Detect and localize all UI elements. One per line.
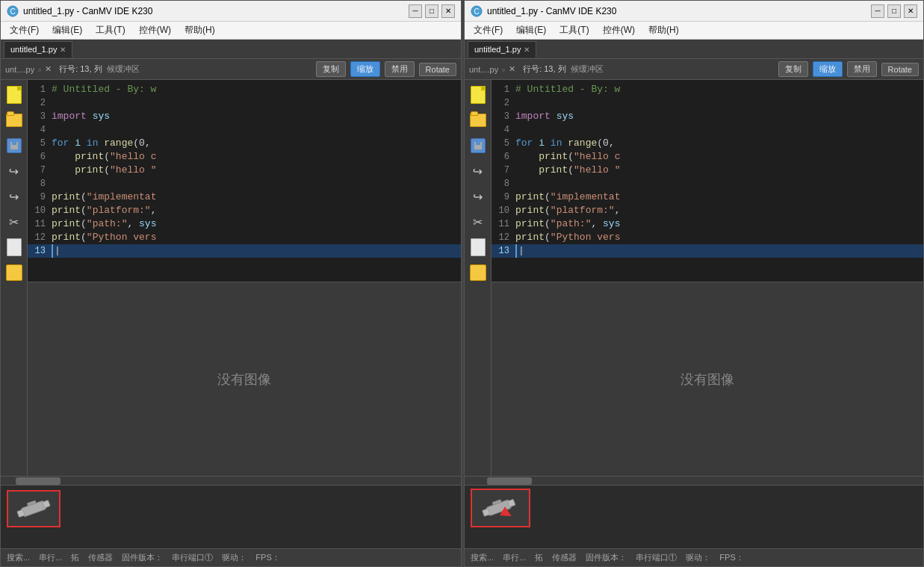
sidebar-doc-2[interactable] [468,237,489,258]
copy-btn-2[interactable]: 复制 [778,61,808,77]
table-row: 3 import sys [492,110,923,123]
status-firmware-2[interactable]: 固件版本： [586,552,627,563]
status-fps-2[interactable]: FPS： [719,552,743,563]
status-bar-2: 搜索... 串行... 拓 传感器 固件版本： 串行端口① 驱动： FPS： [465,548,923,566]
sidebar-save-1[interactable] [4,135,25,156]
status-port-1[interactable]: 串行端口① [172,552,213,563]
menu-edit-2[interactable]: 编辑(E) [510,22,552,38]
tab-close-1[interactable]: ✕ [60,46,66,54]
status-fps-1[interactable]: FPS： [255,552,279,563]
table-row: 13 | [28,244,461,258]
disable-btn-1[interactable]: 禁用 [385,61,415,77]
maximize-btn-2[interactable]: □ [887,4,901,18]
sidebar-special-1[interactable] [4,262,25,283]
open-folder-icon-2 [470,114,486,127]
special-icon-2 [470,264,486,281]
line-content: print("Python vers [52,231,458,244]
tab-file-1[interactable]: untitled_1.py ✕ [4,41,72,58]
line-number: 7 [31,164,52,177]
table-row: 4 [492,123,923,137]
table-row: 12 print("Python vers [28,231,461,244]
menu-controls-2[interactable]: 控件(W) [597,22,641,38]
sidebar-open-folder-2[interactable] [468,110,489,131]
sidebar-special-2[interactable] [468,262,489,283]
sidebar-undo-1[interactable]: ↩ [4,161,25,182]
close-btn-1[interactable]: ✕ [441,4,455,18]
sidebar-scissors-1[interactable]: ✂ [4,211,25,232]
sidebar-save-2[interactable] [468,135,489,156]
line-number: 6 [31,150,52,164]
line-number: 3 [31,110,52,123]
table-row: 12 print("Python vers [492,231,923,244]
status-drive-1[interactable]: 驱动： [222,552,246,563]
status-port-2[interactable]: 串行端口① [636,552,677,563]
zoom-btn-2[interactable]: 缩放 [813,61,843,77]
menubar-2: 文件(F) 编辑(E) 工具(T) 控件(W) 帮助(H) [465,22,923,40]
menu-help-1[interactable]: 帮助(H) [179,22,221,38]
sidebar-scissors-2[interactable]: ✂ [468,211,489,232]
toolbar-buffer-2: 候缓冲区 [571,63,604,75]
scissors-icon-2: ✂ [473,215,483,229]
sidebar-redo-1[interactable]: ↪ [4,186,25,207]
sidebar-redo-2[interactable]: ↪ [468,186,489,207]
menu-edit-1[interactable]: 编辑(E) [46,22,88,38]
status-drive-2[interactable]: 驱动： [686,552,710,563]
code-editor-1[interactable]: 1 # Untitled - By: w 2 3 import sys 4 5 [28,80,461,282]
scrollbar-h-2[interactable] [465,476,923,485]
zoom-btn-1[interactable]: 缩放 [350,61,380,77]
line-number: 4 [494,123,515,137]
sidebar-new-file-1[interactable] [4,84,25,105]
menu-help-2[interactable]: 帮助(H) [642,22,685,38]
status-expand-2[interactable]: 拓 [535,552,543,563]
rotate-btn-1[interactable]: Rotate [419,63,456,76]
editor-toolbar-2: unt....py ⬦ ✕ 行号: 13, 列 候缓冲区 复制 缩放 禁用 Ro… [465,59,923,80]
scrollbar-h-1[interactable] [1,476,461,485]
table-row: 5 for i in range(0, [492,137,923,150]
usb-indicator-2 [471,489,530,527]
scrollbar-thumb-h-1[interactable] [16,477,61,485]
tab-bar-2: untitled_1.py ✕ [465,40,923,59]
status-serial-2[interactable]: 串行... [503,552,526,563]
line-number: 11 [31,217,52,231]
copy-btn-1[interactable]: 复制 [316,61,346,77]
menu-controls-1[interactable]: 控件(W) [133,22,177,38]
table-row: 9 print("implementat [28,190,461,204]
line-number: 1 [494,83,515,96]
minimize-btn-1[interactable]: ─ [409,4,422,18]
disable-btn-2[interactable]: 禁用 [847,61,877,77]
minimize-btn-2[interactable]: ─ [871,4,884,18]
bottom-panel-2 [465,485,923,548]
tab-close-2[interactable]: ✕ [524,46,530,54]
menu-file-1[interactable]: 文件(F) [4,22,45,38]
table-row: 5 for i in range(0, [28,137,461,150]
table-row: 9 print("implementat [492,190,923,204]
status-firmware-1[interactable]: 固件版本： [122,552,163,563]
line-number: 9 [494,190,515,204]
sidebar-doc-1[interactable] [4,237,25,258]
sidebar-new-file-2[interactable] [468,84,489,105]
status-search-2[interactable]: 搜索... [471,552,494,563]
maximize-btn-1[interactable]: □ [425,4,438,18]
close-btn-2[interactable]: ✕ [904,4,917,18]
status-sensor-2[interactable]: 传感器 [552,552,577,563]
code-editor-2[interactable]: 1 # Untitled - By: w 2 3 import sys 4 5 [492,80,923,282]
line-number: 5 [494,137,515,150]
line-content: print("platform:", [52,204,458,217]
tab-file-2[interactable]: untitled_1.py ✕ [468,41,536,58]
toolbar-x-2[interactable]: ✕ [509,64,515,74]
sidebar-undo-2[interactable]: ↩ [468,161,489,182]
scrollbar-thumb-h-2[interactable] [487,477,532,485]
rotate-btn-2[interactable]: Rotate [881,63,919,76]
sidebar-open-folder-1[interactable] [4,110,25,131]
menu-file-2[interactable]: 文件(F) [468,22,509,38]
status-sensor-1[interactable]: 传感器 [88,552,113,563]
menu-tools-1[interactable]: 工具(T) [90,22,131,38]
usb-icon-1 [16,495,52,522]
line-content: | [515,244,920,258]
status-serial-1[interactable]: 串行... [39,552,62,563]
menu-tools-2[interactable]: 工具(T) [554,22,595,38]
toolbar-x-1[interactable]: ✕ [45,64,52,74]
status-expand-1[interactable]: 拓 [71,552,79,563]
tab-label-2: untitled_1.py [474,45,521,54]
status-search-1[interactable]: 搜索... [7,552,30,563]
